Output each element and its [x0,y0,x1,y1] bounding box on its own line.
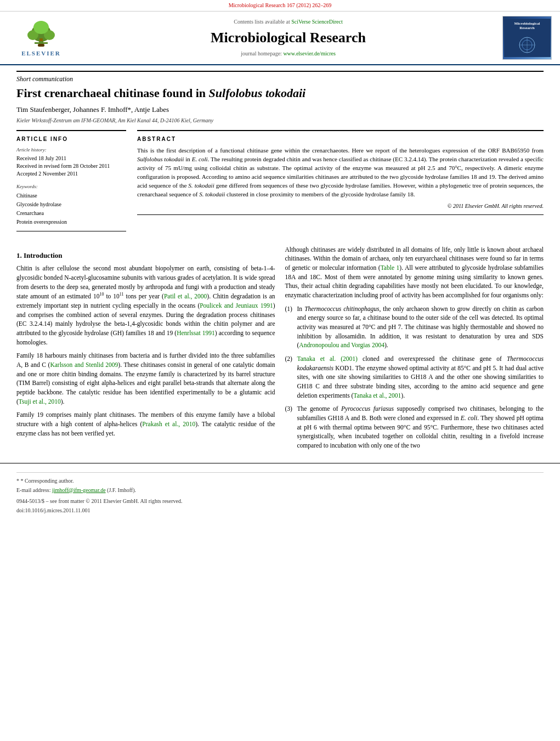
right-intro-para: Although chitinases are widely distribut… [285,245,544,300]
title-plain: First crenarchaeal chitinase found in [16,86,209,100]
sciverse-link[interactable]: SciVerse ScienceDirect [291,19,343,25]
article-title: First crenarchaeal chitinase found in Su… [16,86,544,100]
article-info-box: ARTICLE INFO Article history: Received 1… [16,130,126,231]
journal-citation: Microbiological Research 167 (2012) 262–… [229,2,332,9]
homepage-link[interactable]: www.elsevier.de/micres [283,50,335,56]
tsuji-ref-link[interactable]: Tsuji et al., 2010 [19,398,61,405]
elsevier-tree-icon [19,18,63,48]
corresponding-author-note: * * Corresponding author. [16,477,544,485]
andronopoulou-ref[interactable]: Andronopoulou and Vorgias 2004 [299,342,384,348]
keyword-1: Chitinase [16,191,126,200]
svg-rect-6 [39,38,43,41]
journal-title-center: Contents lists available at SciVerse Sci… [74,18,502,58]
keyword-2: Glycoside hydrolase [16,200,126,209]
affiliation: Kieler Wirkstoff-Zentrum am IFM-GEOMAR, … [16,117,544,125]
tanaka-ref[interactable]: Tanaka et al. (2001) [297,355,358,362]
list-item-1: (1) In Thermococcus chitinophagus, the o… [285,304,544,350]
abstract-col: ABSTRACT This is the first description o… [137,130,544,239]
article-type: Short communication [16,71,544,84]
contents-line: Contents lists available at SciVerse Sci… [74,18,502,26]
main-content: Short communication First crenarchaeal c… [0,65,560,463]
history-label: Article history: [16,146,126,154]
svg-rect-1 [35,42,48,44]
tanaka2001-ref[interactable]: Tanaka et al., 2001 [353,392,401,399]
henrlssat-ref-link[interactable]: Henrlssat 1991 [177,330,215,336]
section1-title: 1. Introduction [16,251,275,261]
article-info-heading: ARTICLE INFO [16,135,126,143]
svg-rect-7 [38,44,44,47]
keyword-3: Crenarchaea [16,209,126,218]
page-footer: * * Corresponding author. E-mail address… [0,463,560,519]
title-italic: Sulfolobus tokodaii [209,86,306,100]
journal-cover-image: MicrobiologicalResearch [502,16,552,60]
list-item-2: (2) Tanaka et al. (2001) cloned and over… [285,354,544,400]
cover-journal-name: MicrobiologicalResearch [514,21,540,31]
cover-decorative-art [511,35,544,54]
organism-list: (1) In Thermococcus chitinophagus, the o… [285,304,544,450]
article-info-col: ARTICLE INFO Article history: Received 1… [16,130,126,239]
elsevier-brand-label: ELSEVIER [21,49,61,58]
info-abstract-section: ARTICLE INFO Article history: Received 1… [16,130,544,239]
abstract-box: ABSTRACT This is the first description o… [137,130,544,215]
accepted-date: Accepted 2 November 2011 [16,170,126,178]
abstract-text: This is the first description of a funct… [137,146,544,199]
keywords-label: Keywords: [16,183,126,190]
body-content: 1. Introduction Chitin is after cellulos… [16,245,544,455]
body-left-col: 1. Introduction Chitin is after cellulos… [16,245,275,455]
abstract-heading: ABSTRACT [137,135,544,143]
body-right-col: Although chitinases are widely distribut… [285,245,544,455]
karlsson-ref-link[interactable]: Karlsson and Stenlid 2009 [50,361,118,368]
copyright: © 2011 Elsevier GmbH. All rights reserve… [137,202,544,210]
doi-line: doi:10.1016/j.micres.2011.11.001 [16,507,544,514]
list-item-3: (3) The genome of Pyrococcus furiasus su… [285,404,544,450]
keyword-4: Protein overexpression [16,218,126,227]
poulicek-ref-link[interactable]: Poulicek and Jeuniaux 1991 [200,302,273,309]
elsevier-logo: ELSEVIER [8,18,74,58]
journal-name: Microbiological Research [74,28,502,48]
authors: Tim Staufenberger, Johannes F. Imhoff*, … [16,105,544,115]
homepage-line: journal homepage: www.elsevier.de/micres [74,50,502,58]
body-para-3: Family 19 comprises mainly plant chitina… [16,410,275,438]
patil-ref-link[interactable]: Patil et al., 2000 [164,293,207,299]
revised-date: Received in revised form 28 October 2011 [16,162,126,170]
author-email-link[interactable]: jimhoff@ifm-geomar.de [52,487,106,493]
journal-header: ELSEVIER Contents lists available at Sci… [0,12,560,65]
body-para-1: Chitin is after cellulose the second mos… [16,264,275,347]
prakash-ref-link[interactable]: Prakash et al., 2010 [142,421,195,427]
body-para-2: Family 18 harbours mainly chitinases fro… [16,351,275,406]
table1-ref[interactable]: Table 1 [381,264,400,271]
received-date: Received 18 July 2011 [16,155,126,162]
email-line: E-mail address: jimhoff@ifm-geomar.de (J… [16,487,544,494]
svg-point-5 [33,21,49,34]
page-container: Microbiological Research 167 (2012) 262–… [0,0,560,519]
keywords-list: Chitinase Glycoside hydrolase Crenarchae… [16,191,126,227]
journal-citation-bar: Microbiological Research 167 (2012) 262–… [0,0,560,12]
issn-line: 0944-5013/$ – see front matter © 2011 El… [16,497,544,505]
footer-divider [16,472,544,473]
